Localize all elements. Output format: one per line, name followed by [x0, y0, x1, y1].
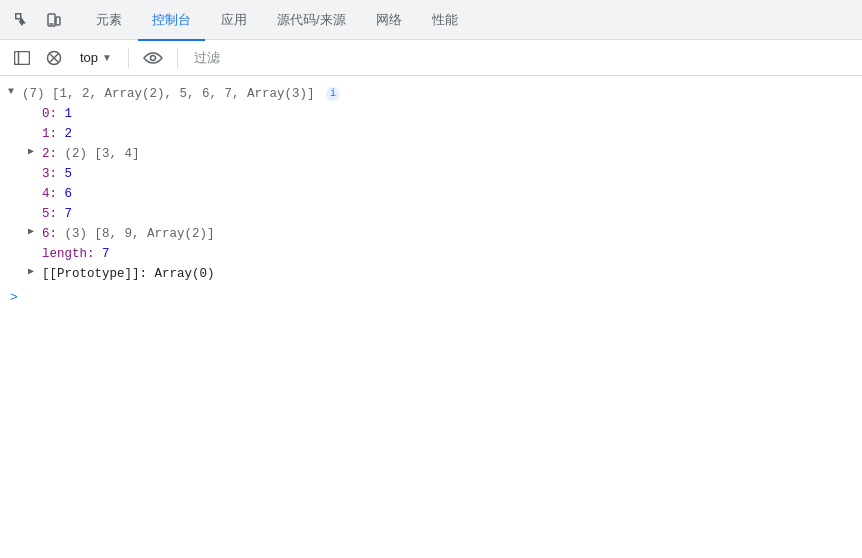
sidebar-toggle-button[interactable] — [8, 44, 36, 72]
svg-rect-7 — [15, 51, 30, 64]
index-summary-6: (3) [8, 9, Array(2)] — [65, 224, 215, 244]
expand-arrow-2[interactable]: ▶ — [28, 144, 40, 160]
console-prompt[interactable]: > — [0, 284, 862, 309]
prompt-symbol: > — [10, 290, 18, 305]
index-key-6: 6: — [42, 224, 57, 244]
svg-point-12 — [150, 55, 155, 60]
list-item[interactable]: ▼ (7) [1, 2, Array(2), 5, 6, 7, Array(3)… — [0, 84, 862, 104]
tab-sources[interactable]: 源代码/来源 — [263, 1, 360, 41]
list-item[interactable]: ▶ [[Prototype]]: Array(0) — [0, 264, 862, 284]
filter-input[interactable] — [186, 46, 486, 70]
inspect-icon[interactable] — [8, 6, 36, 34]
list-item[interactable]: ▶ 6: (3) [8, 9, Array(2)] — [0, 224, 862, 244]
collapse-arrow[interactable]: ▼ — [8, 84, 20, 100]
device-icon[interactable] — [40, 6, 68, 34]
list-item[interactable]: 3: 5 — [0, 164, 862, 184]
index-key-4: 4: — [42, 184, 57, 204]
expand-arrow-6[interactable]: ▶ — [28, 224, 40, 240]
info-badge[interactable]: i — [326, 87, 340, 101]
list-item[interactable]: 5: 7 — [0, 204, 862, 224]
context-selector[interactable]: top ▼ — [72, 48, 120, 67]
index-val-0: 1 — [65, 104, 73, 124]
index-val-1: 2 — [65, 124, 73, 144]
list-item[interactable]: 4: 6 — [0, 184, 862, 204]
array-summary: (7) [1, 2, Array(2), 5, 6, 7, Array(3)] — [22, 87, 315, 101]
console-output: ▼ (7) [1, 2, Array(2), 5, 6, 7, Array(3)… — [0, 76, 862, 558]
tab-elements[interactable]: 元素 — [82, 1, 136, 41]
eye-icon-button[interactable] — [137, 44, 169, 72]
tab-network[interactable]: 网络 — [362, 1, 416, 41]
index-key-0: 0: — [42, 104, 57, 124]
tab-bar: 元素 控制台 应用 源代码/来源 网络 性能 — [0, 0, 862, 40]
dropdown-arrow-icon: ▼ — [102, 52, 112, 63]
index-val-5: 7 — [65, 204, 73, 224]
tab-console[interactable]: 控制台 — [138, 1, 205, 41]
prototype-label: [[Prototype]]: — [42, 264, 147, 284]
index-summary-2: (2) [3, 4] — [65, 144, 140, 164]
devtools-icons — [8, 6, 68, 34]
context-label: top — [80, 50, 98, 65]
svg-rect-5 — [56, 17, 60, 25]
list-item[interactable]: ▶ 2: (2) [3, 4] — [0, 144, 862, 164]
index-key-3: 3: — [42, 164, 57, 184]
toolbar-divider-2 — [177, 48, 178, 68]
clear-console-button[interactable] — [40, 44, 68, 72]
index-val-4: 6 — [65, 184, 73, 204]
prototype-val: Array(0) — [155, 264, 215, 284]
tab-apps[interactable]: 应用 — [207, 1, 261, 41]
console-toolbar: top ▼ — [0, 40, 862, 76]
toolbar-divider — [128, 48, 129, 68]
index-key-5: 5: — [42, 204, 57, 224]
length-key: length: — [42, 244, 95, 264]
list-item[interactable]: 1: 2 — [0, 124, 862, 144]
index-val-3: 5 — [65, 164, 73, 184]
expand-arrow-prototype[interactable]: ▶ — [28, 264, 40, 280]
length-val: 7 — [102, 244, 110, 264]
index-key-2: 2: — [42, 144, 57, 164]
list-item[interactable]: 0: 1 — [0, 104, 862, 124]
tab-performance[interactable]: 性能 — [418, 1, 472, 41]
list-item[interactable]: length: 7 — [0, 244, 862, 264]
index-key-1: 1: — [42, 124, 57, 144]
